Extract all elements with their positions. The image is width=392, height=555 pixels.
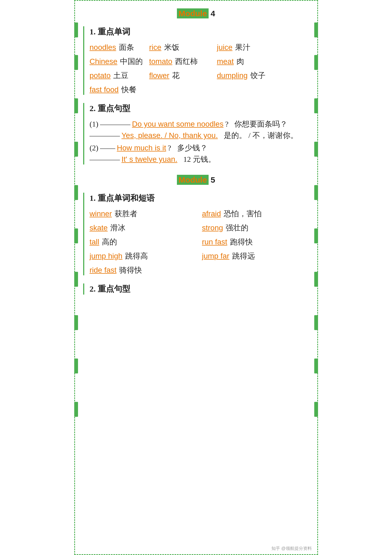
section-vocab-4: 1. 重点单词 noodles 面条 rice 米饭 juice 果汁 Chin…	[83, 26, 309, 95]
module4-num: 4	[210, 9, 215, 18]
vocab-dumpling: dumpling 饺子	[217, 70, 309, 81]
word-rice-zh: 米饭	[164, 42, 179, 53]
word-ridefast-zh: 骑得快	[119, 265, 142, 275]
side-bar-left-6	[74, 228, 78, 243]
sentence-1-line2: ————Yes, please. / No, thank you. 是的。 / …	[90, 130, 309, 141]
s1-q: ?	[225, 120, 228, 128]
word-flower-en: flower	[149, 71, 170, 80]
word-ridefast-en: ride fast	[90, 266, 117, 275]
sentence-num-2: (2)	[90, 144, 99, 152]
word-tall-zh: 高的	[102, 237, 117, 247]
vocab-tomato: tomato 西红柿	[149, 56, 217, 67]
side-bar-right-5	[314, 185, 318, 200]
word-tomato-en: tomato	[149, 57, 173, 66]
word-skate-en: skate	[90, 224, 108, 232]
side-bar-right-7	[314, 272, 318, 287]
dash-1-2: ————	[90, 131, 120, 140]
word-rice-en: rice	[149, 43, 161, 52]
word-juice-zh: 果汁	[235, 42, 250, 53]
section-vocab-5-title: 1. 重点单词和短语	[90, 193, 309, 204]
side-bar-left-10	[74, 402, 78, 417]
word-jumpfar-zh: 跳得远	[232, 251, 255, 261]
word-runfast-en: run fast	[202, 238, 227, 246]
word-runfast-zh: 跑得快	[230, 237, 253, 247]
vocab-winner: winner 获胜者	[90, 209, 197, 219]
s2b-zh: 12 元钱。	[183, 154, 216, 164]
module4-title-word: Module	[177, 8, 209, 18]
sentence-group-1: (1) ————Do you want some noodles? 你想要面条吗…	[90, 119, 309, 141]
word-juice-en: juice	[217, 43, 233, 52]
vocab-runfast: run fast 跑得快	[202, 237, 309, 247]
vocab-potato: potato 土豆	[90, 70, 149, 81]
word-dumpling-zh: 饺子	[250, 70, 265, 81]
side-bar-left-3	[74, 98, 78, 113]
vocab-row-1: noodles 面条 rice 米饭 juice 果汁	[90, 42, 309, 53]
section-sentence-5: 2. 重点句型	[83, 283, 309, 295]
vocab-afraid: afraid 恐怕，害怕	[202, 209, 309, 219]
word-meat-en: meat	[217, 57, 234, 66]
sentence-group-2: (2) ——How much is it? 多少钱？ ————It' s twe…	[90, 143, 309, 164]
watermark: 知乎 @领航提分资料	[271, 546, 312, 551]
side-bar-left-1	[74, 22, 78, 37]
section-sentence-4-title: 2. 重点句型	[90, 103, 309, 114]
vocab-fastfood: fast food 快餐	[90, 85, 149, 95]
vocab-row-3: potato 土豆 flower 花 dumpling 饺子	[90, 70, 309, 81]
word-chinese-en: Chinese	[90, 57, 118, 66]
side-bar-left-2	[74, 55, 78, 70]
word-potato-zh: 土豆	[113, 70, 128, 81]
word-dumpling-en: dumpling	[217, 71, 248, 80]
vocab-row-2: Chinese 中国的 tomato 西红柿 meat 肉	[90, 56, 309, 67]
section-vocab-5: 1. 重点单词和短语 winner 获胜者 afraid 恐怕，害怕 skate…	[83, 193, 309, 275]
s2-zh: 多少钱？	[177, 143, 208, 153]
page: Module 4 1. 重点单词 noodles 面条 rice 米饭 juic…	[74, 0, 318, 555]
side-bar-left-4	[74, 142, 78, 157]
vocab-rice: rice 米饭	[149, 42, 217, 53]
side-bar-left-5	[74, 185, 78, 200]
word-afraid-en: afraid	[202, 209, 221, 218]
dash-2-1: ——	[100, 144, 115, 152]
vocab-juice: juice 果汁	[217, 42, 309, 53]
section-vocab-4-title: 1. 重点单词	[90, 26, 309, 37]
vocab-jumpfar: jump far 跳得远	[202, 251, 309, 261]
s1-zh: 你想要面条吗？	[234, 119, 287, 129]
sentence-1-line1: (1) ————Do you want some noodles? 你想要面条吗…	[90, 119, 309, 129]
word-winner-zh: 获胜者	[115, 209, 137, 219]
side-bar-left-8	[74, 315, 78, 330]
s1-en: Do you want some noodles	[132, 120, 223, 128]
module4-header: Module 4	[83, 9, 309, 18]
side-bar-right-6	[314, 228, 318, 243]
word-skate-zh: 滑冰	[110, 223, 125, 233]
vocab-jumphigh: jump high 跳得高	[90, 251, 197, 261]
vocab-ridefast: ride fast 骑得快	[90, 265, 197, 275]
section-sentence-5-title: 2. 重点句型	[90, 283, 309, 295]
side-bar-right-10	[314, 402, 318, 417]
vocab-skate: skate 滑冰	[90, 223, 197, 233]
sentence-num-1: (1)	[90, 120, 99, 128]
vocab-noodles: noodles 面条	[90, 42, 149, 53]
word-fastfood-en: fast food	[90, 85, 119, 94]
vocab-strong: strong 强壮的	[202, 223, 309, 233]
word-winner-en: winner	[90, 209, 112, 218]
vocab-tall: tall 高的	[90, 237, 197, 247]
side-bar-right-3	[314, 98, 318, 113]
sentence-2-line2: ————It' s twelve yuan. 12 元钱。	[90, 154, 309, 164]
section-sentence-4: 2. 重点句型 (1) ————Do you want some noodles…	[83, 103, 309, 164]
vocab-meat: meat 肉	[217, 56, 309, 67]
s2-en: How much is it	[117, 144, 166, 152]
module5-title-word: Module	[177, 175, 209, 185]
side-bar-right-8	[314, 315, 318, 330]
side-bar-right-1	[314, 22, 318, 37]
vocab5-grid: winner 获胜者 afraid 恐怕，害怕 skate 滑冰 strong …	[90, 209, 309, 275]
s1b-en: Yes, please. / No, thank you.	[122, 131, 218, 140]
word-tomato-zh: 西红柿	[175, 56, 198, 67]
module5-num: 5	[210, 175, 215, 184]
side-bar-left-7	[74, 272, 78, 287]
side-bar-left-9	[74, 359, 78, 373]
word-jumphigh-en: jump high	[90, 252, 122, 260]
word-chinese-zh: 中国的	[120, 56, 143, 67]
word-jumpfar-en: jump far	[202, 252, 229, 260]
sentence-2-line1: (2) ——How much is it? 多少钱？	[90, 143, 309, 153]
word-noodles-zh: 面条	[119, 42, 134, 53]
word-fastfood-zh: 快餐	[121, 85, 137, 95]
word-jumphigh-zh: 跳得高	[125, 251, 148, 261]
